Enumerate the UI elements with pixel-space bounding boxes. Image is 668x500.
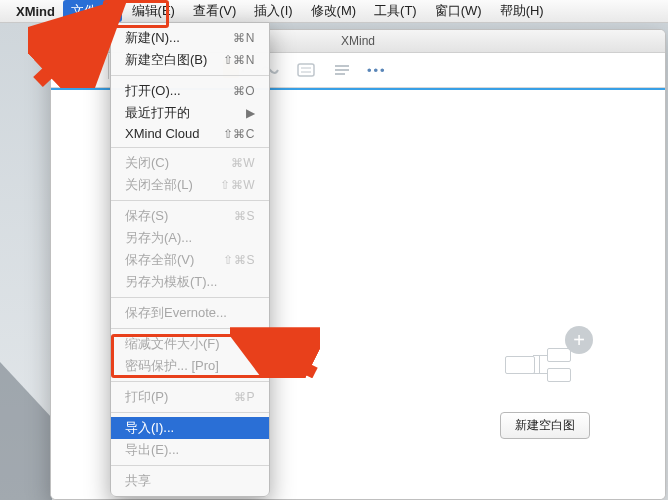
new-map-icon: + — [505, 334, 585, 394]
wallpaper-decoration — [0, 362, 52, 500]
menu-separator — [111, 412, 269, 413]
menu-item-shortcut: ⇧⌘W — [220, 178, 255, 192]
menu-文件[interactable]: 文件(F) — [63, 0, 122, 22]
menu-item: 保存到Evernote... — [111, 302, 269, 324]
menu-item-shortcut: ⇧⌘S — [223, 253, 255, 267]
menu-item[interactable]: 最近打开的▶ — [111, 102, 269, 124]
menu-item-label: 打开(O)... — [125, 82, 181, 100]
mindmap-icon — [70, 57, 90, 75]
menu-修改[interactable]: 修改(M) — [303, 0, 365, 22]
plus-icon: + — [565, 326, 593, 354]
menu-item: 关闭(C)⌘W — [111, 152, 269, 174]
menu-item-shortcut: ⌘W — [231, 156, 255, 170]
menu-item-label: XMind Cloud — [125, 126, 199, 141]
menu-查看[interactable]: 查看(V) — [185, 0, 244, 22]
menu-item-label: 关闭全部(L) — [125, 176, 193, 194]
app-name[interactable]: XMind — [16, 4, 55, 19]
menu-item[interactable]: 新建(N)...⌘N — [111, 27, 269, 49]
menu-窗口[interactable]: 窗口(W) — [427, 0, 490, 22]
menu-item[interactable]: 打开(O)...⌘O — [111, 80, 269, 102]
menu-item-shortcut: ⌘S — [234, 209, 255, 223]
menu-item-shortcut: ⌘N — [233, 31, 255, 45]
toolbar-list-icon[interactable] — [331, 61, 353, 79]
menu-item-label: 导出(E)... — [125, 441, 179, 459]
menu-separator — [111, 200, 269, 201]
menu-item: 另存为模板(T)... — [111, 271, 269, 293]
menu-item-shortcut: ⌘O — [233, 84, 255, 98]
menu-item: 缩减文件大小(F) — [111, 333, 269, 355]
svg-line-2 — [79, 66, 84, 71]
menu-item-shortcut: ⇧⌘N — [223, 53, 255, 67]
menu-separator — [111, 297, 269, 298]
empty-state: + 新建空白图 — [485, 334, 605, 439]
menu-item: 保存(S)⌘S — [111, 205, 269, 227]
menu-item[interactable]: 导入(I)... — [111, 417, 269, 439]
file-menu-dropdown: 新建(N)...⌘N新建空白图(B)⇧⌘N打开(O)...⌘O最近打开的▶XMi… — [110, 22, 270, 497]
menu-帮助[interactable]: 帮助(H) — [492, 0, 552, 22]
menu-item-shortcut: ⌘P — [234, 390, 255, 404]
menu-工具[interactable]: 工具(T) — [366, 0, 425, 22]
menu-item-label: 最近打开的 — [125, 104, 190, 122]
new-blank-map-button[interactable]: 新建空白图 — [500, 412, 590, 439]
window-title: XMind — [341, 34, 375, 48]
menu-item: 导出(E)... — [111, 439, 269, 461]
system-menubar: XMind 文件(F)编辑(E)查看(V)插入(I)修改(M)工具(T)窗口(W… — [0, 0, 668, 23]
menu-item: 打印(P)⌘P — [111, 386, 269, 408]
menu-item-label: 保存(S) — [125, 207, 168, 225]
menu-item-label: 导入(I)... — [125, 419, 174, 437]
window-close-button[interactable] — [59, 35, 71, 47]
menu-item-label: 保存全部(V) — [125, 251, 194, 269]
menu-item: 密码保护... [Pro] — [111, 355, 269, 377]
menu-item-label: 另存为(A)... — [125, 229, 192, 247]
svg-rect-0 — [73, 64, 79, 69]
menu-item: 共享 — [111, 470, 269, 492]
menu-item-label: 新建空白图(B) — [125, 51, 207, 69]
svg-rect-5 — [298, 64, 314, 76]
menu-插入[interactable]: 插入(I) — [246, 0, 300, 22]
desktop-background: XMind ▾ ••• + 新建空白图 — [0, 22, 668, 500]
window-minimize-button[interactable] — [78, 35, 90, 47]
menu-item-label: 关闭(C) — [125, 154, 169, 172]
menu-item-label: 另存为模板(T)... — [125, 273, 217, 291]
menu-item: 关闭全部(L)⇧⌘W — [111, 174, 269, 196]
menu-item-label: 缩减文件大小(F) — [125, 335, 220, 353]
svg-line-1 — [79, 62, 84, 67]
menu-item: 另存为(A)... — [111, 227, 269, 249]
toolbar-outline-icon[interactable] — [295, 61, 317, 79]
menu-separator — [111, 147, 269, 148]
menu-separator — [111, 465, 269, 466]
menu-item: 保存全部(V)⇧⌘S — [111, 249, 269, 271]
menu-separator — [111, 381, 269, 382]
menu-item-shortcut: ⇧⌘C — [223, 127, 255, 141]
menu-item-label: 共享 — [125, 472, 151, 490]
menu-separator — [111, 328, 269, 329]
menu-item[interactable]: 新建空白图(B)⇧⌘N — [111, 49, 269, 71]
menu-item-label: 打印(P) — [125, 388, 168, 406]
svg-point-3 — [83, 60, 86, 63]
menu-编辑[interactable]: 编辑(E) — [124, 0, 183, 22]
svg-point-4 — [83, 69, 86, 72]
window-zoom-button[interactable] — [97, 35, 109, 47]
menu-separator — [111, 75, 269, 76]
menu-item-label: 保存到Evernote... — [125, 304, 227, 322]
toolbar-more-button[interactable]: ••• — [367, 63, 387, 78]
menu-item-label: 密码保护... [Pro] — [125, 357, 219, 375]
menu-item[interactable]: XMind Cloud⇧⌘C — [111, 124, 269, 143]
menu-item-shortcut: ▶ — [246, 106, 256, 120]
document-tab[interactable] — [51, 52, 109, 79]
menu-item-label: 新建(N)... — [125, 29, 180, 47]
